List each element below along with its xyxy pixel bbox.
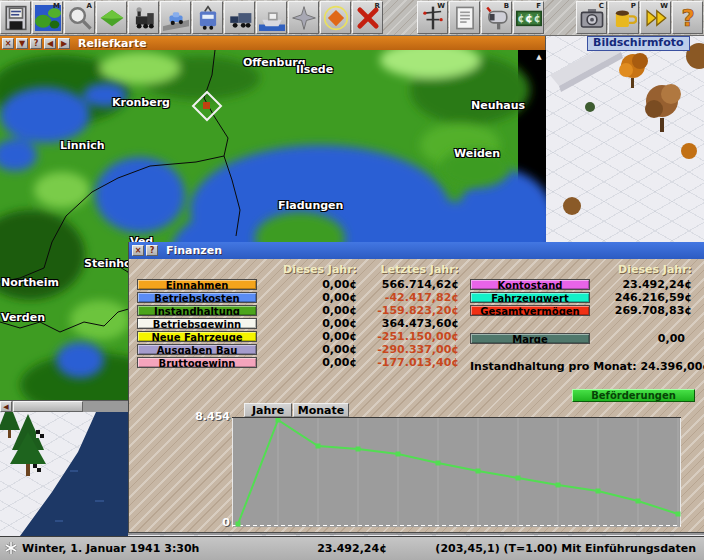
shade-icon[interactable]: ▼ xyxy=(16,38,28,49)
svg-text:¢: ¢ xyxy=(533,13,540,24)
finance-window-titlebar[interactable]: × ? Finanzen xyxy=(129,242,704,259)
lists-button[interactable] xyxy=(449,1,480,34)
save-icon xyxy=(3,5,29,31)
help-icon[interactable]: ? xyxy=(30,38,42,49)
city-label-verden: Verden xyxy=(1,312,45,323)
tram-tools-icon xyxy=(195,5,221,31)
tab-jahre[interactable]: Jahre xyxy=(244,403,292,417)
value-this-year-betriebskosten: 0,00¢ xyxy=(322,292,357,303)
city-label-steinho: Steinho xyxy=(84,258,132,269)
close-icon[interactable]: × xyxy=(2,38,14,49)
city-label-ilsede: Ilsede xyxy=(296,64,333,75)
rail-tools-button[interactable] xyxy=(128,1,159,34)
value-this-year-neue-fahrzeuge: 0,00¢ xyxy=(322,331,357,342)
value-last-year-bruttogewinn: -177.013,40¢ xyxy=(377,357,459,368)
next-icon[interactable]: ▶ xyxy=(58,38,70,49)
city-label-northeim: Northeim xyxy=(1,277,59,288)
toggle-betriebskosten[interactable]: Betriebskosten xyxy=(137,292,257,303)
truck-tools-button[interactable] xyxy=(224,1,255,34)
toggle-marge[interactable]: Marge xyxy=(470,333,590,344)
close-icon[interactable]: × xyxy=(132,245,144,256)
autumn-tree xyxy=(681,143,697,159)
toggle-ausgaben-bau[interactable]: Ausgaben Bau xyxy=(137,344,257,355)
checker-marker xyxy=(36,430,44,438)
toggle-instandhaltung[interactable]: Instandhaltung xyxy=(137,305,257,316)
maintenance-per-month: Instandhaltung pro Monat: 24.396,00¢ xyxy=(470,360,704,373)
marge-value: 0,00 xyxy=(658,333,685,344)
value-fahrzeugwert: 246.216,59¢ xyxy=(615,292,692,303)
befoerderungen-toggle-button[interactable]: Beförderungen xyxy=(572,389,695,402)
finances-button[interactable]: ¢¢¢F xyxy=(513,1,544,34)
value-last-year-ausgaben-bau: -290.337,00¢ xyxy=(377,344,459,355)
header-right-this-year: Dieses Jahr: xyxy=(618,264,692,275)
magnifier-button[interactable]: A xyxy=(64,1,95,34)
minimap-button[interactable]: M xyxy=(32,1,63,34)
value-this-year-betriebsgewinn: 0,00¢ xyxy=(322,318,357,329)
value-this-year-bruttogewinn: 0,00¢ xyxy=(322,357,357,368)
special-tools-button[interactable] xyxy=(320,1,351,34)
screenshot-tooltip: Bildschirmfoto xyxy=(587,36,690,51)
prev-icon[interactable]: ◀ xyxy=(44,38,56,49)
value-last-year-einnahmen: 566.714,62¢ xyxy=(382,279,459,290)
shortcut-letter: A xyxy=(87,2,92,10)
chart-canvas xyxy=(232,418,681,527)
help-button[interactable]: ? xyxy=(672,1,703,34)
city-label-linnich: Linnich xyxy=(60,140,105,151)
city-label-neuhaus: Neuhaus xyxy=(471,100,525,111)
autumn-tree xyxy=(563,197,581,215)
header-this-year: Dieses Jahr: xyxy=(283,264,357,275)
lists-icon xyxy=(452,5,478,31)
value-this-year-ausgaben-bau: 0,00¢ xyxy=(322,344,357,355)
destroy-button[interactable]: R xyxy=(352,1,383,34)
toggle-fahrzeugwert[interactable]: Fahrzeugwert xyxy=(470,292,590,303)
scroll-left-arrow[interactable]: ◀ xyxy=(0,401,12,412)
value-this-year-instandhaltung: 0,00¢ xyxy=(322,305,357,316)
svg-text:?: ? xyxy=(681,5,694,31)
value-this-year-einnahmen: 0,00¢ xyxy=(322,279,357,290)
toggle-bruttogewinn[interactable]: Bruttogewinn xyxy=(137,357,257,368)
mailbox-button[interactable]: B xyxy=(481,1,512,34)
save-button[interactable] xyxy=(0,1,31,34)
simutrans-screen: ▲ OffenburgIlsedeKronbergNeuhausLinnichW… xyxy=(0,0,704,560)
slope-tools-icon xyxy=(99,5,125,31)
toggle-neue-fahrzeuge[interactable]: Neue Fahrzeuge xyxy=(137,331,257,342)
bush xyxy=(585,102,595,112)
signals-button[interactable]: W xyxy=(417,1,448,34)
ship-tools-button[interactable] xyxy=(256,1,287,34)
value-last-year-betriebskosten: -42.417,82¢ xyxy=(385,292,459,303)
status-coordinates: (203,45,1) (T=1.00) Mit Einführungsdaten xyxy=(435,542,696,555)
road-tools-button[interactable] xyxy=(160,1,191,34)
map-scroll-up-arrow[interactable]: ▲ xyxy=(534,53,544,62)
pause-button[interactable]: P xyxy=(608,1,639,34)
tab-monate[interactable]: Monate xyxy=(293,403,349,417)
screenshot-button[interactable]: C xyxy=(576,1,607,34)
map-window-titlebar[interactable]: × ▼ ? ◀ ▶ Reliefkarte xyxy=(0,36,545,50)
toolbar-group-2: WB¢¢¢F xyxy=(417,1,545,35)
toggle-kontostand[interactable]: Kontostand xyxy=(470,279,590,290)
shortcut-letter: M xyxy=(53,2,60,10)
svg-text:¢: ¢ xyxy=(517,13,524,24)
shortcut-letter: P xyxy=(631,2,636,10)
toggle-betriebsgewinn[interactable]: Betriebsgewinn xyxy=(137,318,257,329)
value-kontostand: 23.492,24¢ xyxy=(622,279,692,290)
toggle-gesamtverm-gen[interactable]: Gesamtvermögen xyxy=(470,305,590,316)
slope-tools-button[interactable] xyxy=(96,1,127,34)
city-label-kronberg: Kronberg xyxy=(112,97,170,108)
help-icon[interactable]: ? xyxy=(146,245,158,256)
fast-forward-button[interactable]: W xyxy=(640,1,671,34)
shortcut-letter: W xyxy=(660,2,668,10)
shortcut-letter: W xyxy=(437,2,445,10)
tram-tools-button[interactable] xyxy=(192,1,223,34)
autumn-tree xyxy=(619,53,648,88)
air-tools-button[interactable] xyxy=(288,1,319,34)
help-icon: ? xyxy=(675,5,701,31)
status-bar: Winter, 1. Januar 1941 3:30h 23.492,24¢ … xyxy=(0,536,704,560)
finance-window-title: Finanzen xyxy=(166,244,222,257)
air-tools-icon xyxy=(291,5,317,31)
road-tools-icon xyxy=(163,5,189,31)
value-last-year-neue-fahrzeuge: -251.150,00¢ xyxy=(377,331,459,342)
scrollbar-knob[interactable] xyxy=(13,401,83,412)
toggle-einnahmen[interactable]: Einnahmen xyxy=(137,279,257,290)
y-axis-zero-label: 0 xyxy=(222,517,230,528)
y-axis-max-label: 8.454 xyxy=(195,411,230,422)
